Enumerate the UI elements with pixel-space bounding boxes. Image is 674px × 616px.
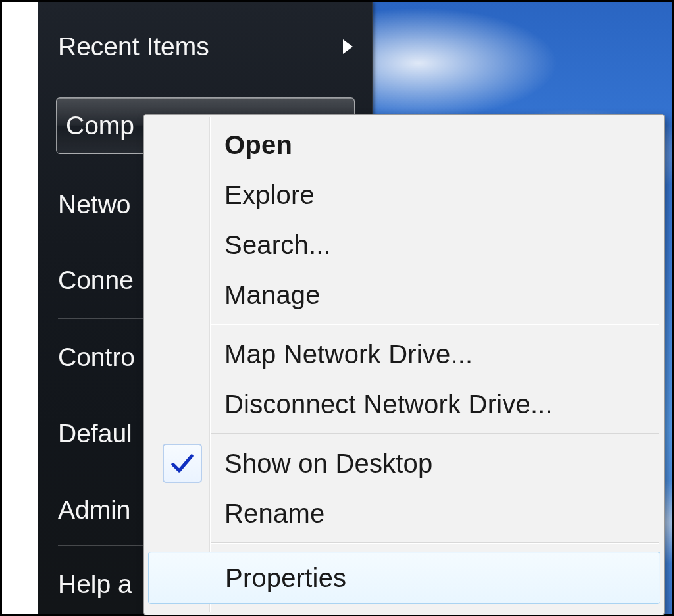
context-menu-item-label: Explore xyxy=(224,180,315,210)
context-menu-item-rename[interactable]: Rename xyxy=(148,492,660,534)
check-icon xyxy=(163,444,202,483)
context-menu-item-map-network-drive[interactable]: Map Network Drive... xyxy=(148,333,660,375)
context-menu-item-open[interactable]: Open xyxy=(148,124,660,166)
screenshot-frame: Recent Items Comp Netwo Conne Contro Def… xyxy=(0,0,674,616)
left-white-strip xyxy=(2,2,38,614)
context-menu-item-label: Properties xyxy=(225,563,346,593)
panel-item-label: Comp xyxy=(66,111,134,140)
context-menu-item-label: Show on Desktop xyxy=(224,449,433,478)
context-menu-item-disconnect-network-drive[interactable]: Disconnect Network Drive... xyxy=(148,383,660,425)
panel-item-label: Defaul xyxy=(58,419,132,448)
panel-item-label: Netwo xyxy=(58,190,131,219)
panel-item-label: Help a xyxy=(58,570,132,599)
context-menu-item-label: Open xyxy=(224,130,292,160)
context-menu-item-label: Map Network Drive... xyxy=(224,340,473,369)
context-menu-item-show-on-desktop[interactable]: Show on Desktop xyxy=(148,442,660,484)
context-menu-separator xyxy=(211,324,659,325)
panel-item-label: Admin xyxy=(58,496,131,525)
context-menu-item-label: Search... xyxy=(224,230,331,260)
panel-item-label: Recent Items xyxy=(58,32,209,61)
context-menu-item-label: Manage xyxy=(224,280,321,310)
panel-item-label: Conne xyxy=(58,266,134,295)
context-menu-item-properties[interactable]: Properties xyxy=(148,552,660,604)
context-menu-separator xyxy=(211,433,659,434)
context-menu-item-explore[interactable]: Explore xyxy=(148,174,660,216)
panel-item-label: Contro xyxy=(58,343,135,372)
context-menu-item-manage[interactable]: Manage xyxy=(148,274,660,316)
panel-item-recent-items[interactable]: Recent Items xyxy=(58,27,353,66)
context-menu-separator xyxy=(211,542,659,544)
context-menu: Open Explore Search... Manage Map Networ… xyxy=(143,114,665,615)
submenu-arrow-icon xyxy=(343,39,353,54)
context-menu-item-label: Disconnect Network Drive... xyxy=(224,390,553,419)
context-menu-item-search[interactable]: Search... xyxy=(148,224,660,266)
context-menu-item-label: Rename xyxy=(224,499,324,528)
